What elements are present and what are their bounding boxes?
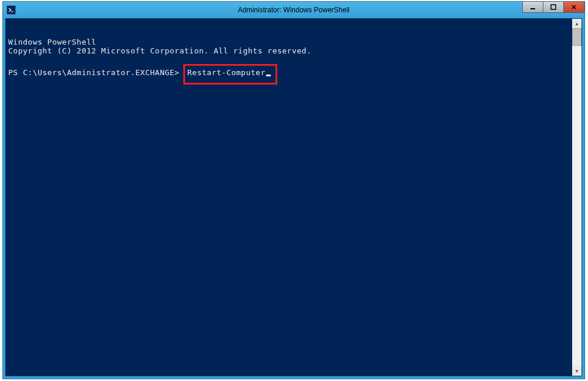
window-client-area: Windows PowerShellCopyright (C) 2012 Mic… bbox=[5, 18, 582, 376]
svg-rect-0 bbox=[530, 8, 535, 9]
console-blank-line bbox=[8, 55, 570, 64]
window-controls bbox=[523, 1, 584, 13]
vertical-scrollbar[interactable]: ▲ ▼ bbox=[572, 19, 582, 376]
prompt: PS C:\Users\Administrator.EXCHANGE> bbox=[8, 68, 179, 77]
console-line: Copyright (C) 2012 Microsoft Corporation… bbox=[8, 46, 570, 55]
minimize-button[interactable] bbox=[522, 1, 543, 13]
cursor bbox=[266, 75, 271, 76]
command-text: Restart-Computer bbox=[187, 68, 266, 77]
titlebar[interactable]: Administrator: Windows PowerShell bbox=[3, 2, 584, 18]
highlight-box: Restart-Computer bbox=[183, 64, 277, 85]
powershell-icon bbox=[6, 5, 16, 15]
scroll-down-button[interactable]: ▼ bbox=[572, 366, 582, 376]
maximize-button[interactable] bbox=[543, 1, 564, 13]
prompt-line: PS C:\Users\Administrator.EXCHANGE> Rest… bbox=[8, 64, 570, 85]
console-output[interactable]: Windows PowerShellCopyright (C) 2012 Mic… bbox=[6, 19, 572, 376]
close-button[interactable] bbox=[563, 1, 584, 13]
scrollbar-track[interactable] bbox=[572, 28, 582, 366]
svg-rect-1 bbox=[551, 5, 556, 9]
powershell-window: Administrator: Windows PowerShell Window… bbox=[2, 1, 585, 379]
console-line: Windows PowerShell bbox=[8, 38, 570, 46]
window-title: Administrator: Windows PowerShell bbox=[3, 6, 584, 14]
scrollbar-thumb[interactable] bbox=[572, 28, 582, 46]
scroll-up-button[interactable]: ▲ bbox=[572, 19, 582, 28]
